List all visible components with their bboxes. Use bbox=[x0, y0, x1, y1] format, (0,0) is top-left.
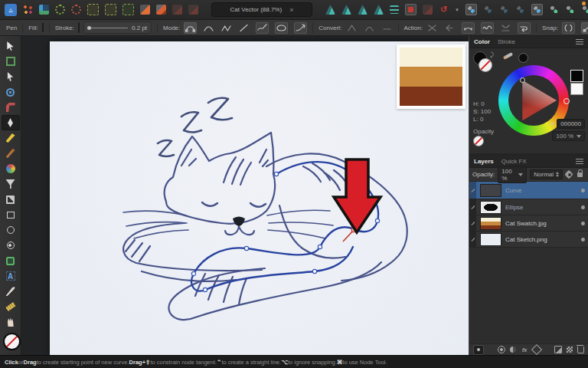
layer-visibility-toggle[interactable] bbox=[581, 238, 585, 242]
convert-smooth-icon[interactable] bbox=[364, 23, 375, 33]
color-picker-tool[interactable] bbox=[2, 284, 20, 299]
bw-swatches[interactable] bbox=[570, 70, 583, 94]
layer-visibility-toggle[interactable] bbox=[581, 189, 585, 192]
black-swatch[interactable] bbox=[570, 70, 583, 82]
delete-layer-icon[interactable] bbox=[577, 347, 584, 353]
layer-thumbnail[interactable] bbox=[480, 217, 501, 230]
hex-input[interactable]: 000000 bbox=[557, 119, 585, 129]
stroke-width-control[interactable]: 0.2 pt bbox=[83, 21, 152, 34]
rotate-cw-icon[interactable] bbox=[374, 5, 384, 15]
convert-sharp-icon[interactable] bbox=[346, 23, 358, 33]
rectangle-tool[interactable] bbox=[2, 207, 20, 222]
live-filter-icon[interactable] bbox=[531, 344, 542, 355]
tab-color[interactable]: Color bbox=[474, 38, 490, 45]
layer-opacity-dropdown[interactable]: 100 % bbox=[498, 166, 527, 183]
flip-horizontal-icon[interactable] bbox=[325, 5, 335, 15]
donut-tool[interactable] bbox=[2, 238, 20, 253]
layer-thumbnail[interactable] bbox=[480, 184, 501, 197]
boolean-divide-icon[interactable] bbox=[531, 4, 543, 15]
document-paper[interactable] bbox=[50, 41, 469, 355]
text-tool[interactable]: A bbox=[2, 268, 20, 284]
layer-thumbnail[interactable] bbox=[480, 201, 501, 214]
pencil-tool[interactable] bbox=[2, 130, 20, 146]
fill-color-circle[interactable] bbox=[479, 58, 492, 72]
layer-thumbnail[interactable] bbox=[480, 233, 501, 246]
rotate-ccw-icon[interactable] bbox=[358, 5, 368, 15]
flip-vertical-icon[interactable] bbox=[341, 5, 351, 15]
convert-line-icon[interactable] bbox=[381, 23, 393, 33]
color-opacity-dropdown[interactable]: 100 % bbox=[552, 131, 585, 141]
layer-row[interactable]: Ellipse bbox=[469, 199, 588, 215]
boolean-subtract-icon[interactable] bbox=[483, 5, 493, 15]
layer-row[interactable]: Cat Sketch.png bbox=[469, 232, 588, 248]
artboard-tool[interactable] bbox=[2, 54, 20, 69]
paste-style-icon[interactable] bbox=[156, 5, 166, 15]
layer-name[interactable]: Ellipse bbox=[505, 204, 577, 211]
precise-mode-icon[interactable] bbox=[294, 22, 307, 34]
white-swatch[interactable] bbox=[570, 83, 583, 95]
stencil-mode-icon[interactable] bbox=[275, 22, 288, 34]
add-layer-icon[interactable] bbox=[554, 346, 562, 353]
canvas-area[interactable] bbox=[21, 36, 469, 355]
selected-node[interactable] bbox=[352, 227, 358, 232]
ruler-tool[interactable] bbox=[2, 299, 20, 314]
app-logo[interactable]: ▵ bbox=[5, 4, 17, 16]
tag-icon[interactable] bbox=[473, 345, 484, 355]
history-caret-icon[interactable]: ▾ bbox=[455, 5, 459, 15]
transform-gear-green-icon[interactable] bbox=[55, 5, 65, 15]
boolean-intersect-icon[interactable] bbox=[499, 5, 509, 15]
hue-marker[interactable] bbox=[564, 98, 570, 104]
duplicate-icon[interactable] bbox=[140, 5, 150, 15]
history-icon[interactable]: ↺ bbox=[439, 5, 449, 15]
tab-layers[interactable]: Layers bbox=[474, 158, 494, 165]
view-tool[interactable] bbox=[2, 314, 20, 330]
polygon-mode-icon[interactable] bbox=[220, 23, 232, 33]
no-color-icon[interactable] bbox=[473, 136, 484, 146]
smart-mode-icon[interactable] bbox=[256, 22, 269, 34]
ellipse-tool[interactable] bbox=[2, 222, 20, 238]
corner-tool[interactable] bbox=[2, 100, 20, 115]
fill-holes-icon[interactable] bbox=[581, 5, 588, 15]
shade-marker[interactable] bbox=[520, 77, 525, 83]
line-mode-icon[interactable] bbox=[238, 23, 250, 33]
stroke-swatch[interactable] bbox=[78, 22, 80, 33]
break-curve-icon[interactable] bbox=[518, 22, 531, 34]
reverse-curve-icon[interactable] bbox=[444, 23, 456, 33]
marquee-select-icon[interactable] bbox=[87, 4, 99, 15]
close-curve-icon[interactable] bbox=[426, 23, 438, 33]
mask-layer-icon[interactable] bbox=[498, 346, 505, 353]
boolean-xor-icon[interactable] bbox=[515, 5, 525, 15]
close-document-icon[interactable]: × bbox=[289, 6, 293, 14]
layer-row[interactable]: Cat Swatch.jpg bbox=[469, 215, 588, 232]
layer-name[interactable]: Curve bbox=[505, 187, 577, 194]
point-transform-tool[interactable] bbox=[2, 84, 20, 100]
layer-row[interactable]: Curve bbox=[469, 182, 588, 199]
boolean-add-icon[interactable] bbox=[466, 4, 477, 15]
fill-tool[interactable] bbox=[2, 161, 20, 176]
layer-name[interactable]: Cat Sketch.png bbox=[505, 236, 577, 243]
swap-colors-icon[interactable]: ⤸ bbox=[490, 51, 494, 59]
fill-swatch[interactable] bbox=[42, 22, 44, 33]
order-icon[interactable] bbox=[390, 5, 399, 14]
layer-visibility-toggle[interactable] bbox=[581, 222, 585, 225]
export-persona-icon[interactable] bbox=[39, 5, 49, 15]
snap-nodes-icon[interactable] bbox=[581, 22, 588, 34]
insert-target-icon[interactable] bbox=[405, 4, 416, 15]
transparency-tool[interactable] bbox=[2, 176, 20, 192]
pen-tool[interactable] bbox=[2, 115, 20, 130]
snap-candidates-icon[interactable] bbox=[562, 22, 575, 34]
adjustment-layer-icon[interactable] bbox=[510, 347, 516, 353]
brush-icon[interactable] bbox=[503, 52, 513, 60]
smooth-mode-icon[interactable] bbox=[203, 23, 214, 33]
pixel-persona-icon[interactable] bbox=[23, 5, 33, 15]
join-curves-icon[interactable] bbox=[500, 23, 511, 33]
lock-icon[interactable] bbox=[577, 172, 583, 177]
blend-mode-dropdown[interactable]: Normal bbox=[530, 169, 563, 179]
insert-inside-icon[interactable] bbox=[188, 5, 198, 15]
fill-stroke-indicator[interactable]: ⤸ bbox=[473, 51, 499, 73]
move-tool[interactable] bbox=[2, 38, 20, 54]
expand-stroke-icon[interactable] bbox=[565, 5, 575, 15]
layers-panel-menu-icon[interactable] bbox=[576, 159, 583, 164]
crop-tool[interactable] bbox=[2, 192, 20, 207]
smart-shape-tool[interactable] bbox=[2, 253, 20, 268]
